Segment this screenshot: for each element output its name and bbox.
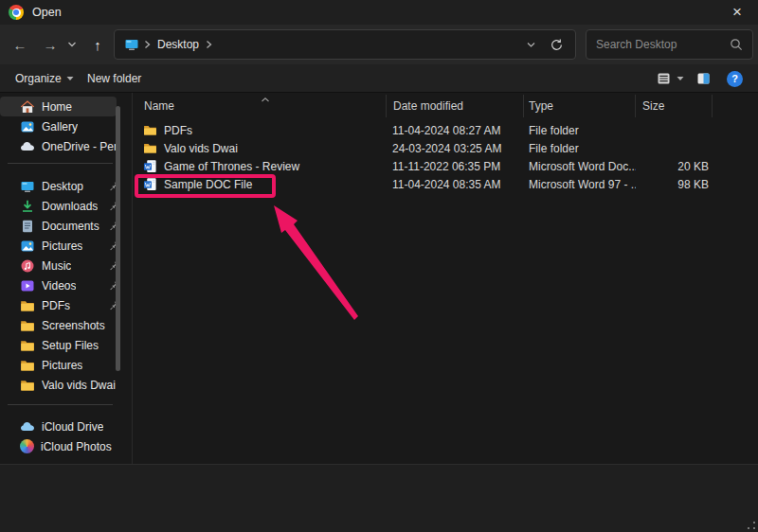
chevron-down-icon	[677, 76, 684, 81]
command-toolbar: Organize New folder ?	[0, 64, 758, 93]
chevron-right-icon	[205, 40, 213, 49]
file-type: Microsoft Word Doc...	[524, 160, 636, 173]
sidebar-item-icloud-drive[interactable]: iCloud Drive	[0, 417, 132, 436]
sidebar-item-onedrive[interactable]: OneDrive - Persor	[0, 136, 132, 156]
sidebar-item-label: Home	[42, 100, 72, 114]
gallery-icon	[20, 119, 35, 134]
sidebar-item-home[interactable]: Home	[0, 97, 117, 116]
navigation-bar: ← → ↑ Desktop	[0, 25, 758, 64]
desktop-icon	[124, 37, 139, 52]
icloud-photos-icon	[20, 439, 34, 453]
sidebar-item-downloads[interactable]: Downloads	[0, 196, 132, 216]
list-view-icon	[656, 71, 672, 86]
sidebar-item-pictures[interactable]: Pictures	[0, 236, 132, 256]
sidebar-item-music[interactable]: Music	[0, 256, 132, 275]
search-box[interactable]	[586, 29, 753, 60]
recent-locations-chevron-icon[interactable]	[63, 33, 81, 56]
sidebar-item-valo-vids-dwai[interactable]: Valo vids Dwai	[0, 375, 132, 395]
music-icon	[20, 258, 35, 274]
file-name: Sample DOC File	[164, 178, 252, 191]
sidebar-item-label: OneDrive - Persor	[42, 140, 118, 153]
file-type: File folder	[524, 124, 636, 137]
sidebar-item-pdfs[interactable]: PDFs	[0, 295, 132, 315]
address-dropdown-chevron-icon[interactable]	[526, 40, 536, 50]
sidebar-item-pictures-folder[interactable]: Pictures	[0, 355, 132, 375]
sidebar-item-label: iCloud Photos	[41, 440, 112, 453]
folder-icon	[20, 338, 35, 353]
folder-icon	[143, 123, 157, 137]
sidebar-item-label: Pictures	[42, 359, 82, 372]
close-button[interactable]: ×	[716, 0, 758, 25]
videos-icon	[20, 278, 35, 293]
organize-label: Organize	[15, 72, 62, 85]
file-name: Valo vids Dwai	[164, 142, 238, 155]
view-options-button[interactable]	[656, 64, 684, 93]
window-title: Open	[32, 6, 62, 19]
sidebar-item-screenshots[interactable]: Screenshots	[0, 315, 132, 335]
file-type: Microsoft Word 97 - ...	[524, 178, 636, 191]
refresh-icon[interactable]	[550, 38, 564, 52]
sidebar-item-label: PDFs	[42, 299, 70, 312]
resize-grip[interactable]	[748, 522, 755, 529]
file-date: 11-04-2024 08:27 AM	[387, 124, 524, 137]
sort-ascending-icon	[261, 93, 270, 106]
sidebar-item-label: Documents	[42, 220, 99, 233]
icloud-drive-icon	[20, 419, 35, 434]
file-row-game-of-thrones-review[interactable]: Game of Thrones - Review 11-11-2022 06:3…	[134, 157, 758, 175]
up-button[interactable]: ↑	[85, 33, 110, 56]
sidebar-item-label: Downloads	[42, 200, 98, 213]
forward-button[interactable]: →	[38, 33, 63, 56]
open-file-dialog: Open × ← → ↑ Desktop	[0, 0, 758, 532]
sidebar-item-videos[interactable]: Videos	[0, 275, 132, 295]
preview-pane-button[interactable]	[695, 64, 712, 93]
sidebar-item-setup-files[interactable]: Setup Files	[0, 335, 132, 355]
file-date: 11-11-2022 06:35 PM	[387, 160, 524, 173]
sidebar-divider	[8, 404, 113, 405]
help-icon: ?	[727, 71, 743, 87]
column-header-type[interactable]: Type	[524, 95, 636, 117]
sidebar-item-desktop[interactable]: Desktop	[0, 176, 132, 196]
file-row-sample-doc-file[interactable]: Sample DOC File 11-04-2024 08:35 AM Micr…	[134, 175, 758, 193]
organize-button[interactable]: Organize	[15, 64, 74, 93]
sidebar-item-icloud-photos[interactable]: iCloud Photos	[0, 436, 132, 456]
sidebar-item-label: Pictures	[42, 239, 82, 253]
sidebar-item-gallery[interactable]: Gallery	[0, 116, 132, 136]
onedrive-icon	[20, 139, 35, 154]
column-header-size[interactable]: Size	[636, 95, 713, 117]
downloads-icon	[20, 199, 35, 214]
sidebar-item-label: Videos	[42, 279, 76, 293]
column-header-date-modified[interactable]: Date modified	[387, 95, 524, 117]
back-button[interactable]: ←	[8, 33, 32, 56]
sidebar-item-documents[interactable]: Documents	[0, 216, 132, 236]
search-icon	[730, 38, 743, 51]
navigation-pane: Home Gallery OneDrive - Persor Desktop	[0, 93, 133, 464]
address-bar[interactable]: Desktop	[114, 29, 576, 60]
help-button[interactable]: ?	[727, 64, 743, 93]
dialog-footer: File name: Custom Files Open Cancel	[0, 464, 758, 532]
sidebar-item-label: Desktop	[42, 180, 83, 193]
title-bar: Open ×	[0, 0, 758, 25]
chevron-down-icon	[66, 76, 74, 81]
file-row-pdfs[interactable]: PDFs 11-04-2024 08:27 AM File folder	[134, 121, 758, 139]
file-row-valo-vids-dwai[interactable]: Valo vids Dwai 24-03-2024 03:25 AM File …	[134, 139, 758, 157]
search-input[interactable]	[596, 38, 719, 51]
sidebar-item-label: Screenshots	[42, 319, 105, 332]
file-date: 24-03-2024 03:25 AM	[387, 142, 524, 155]
new-folder-button[interactable]: New folder	[87, 64, 141, 93]
file-name: PDFs	[164, 124, 192, 137]
main-area: Home Gallery OneDrive - Persor Desktop	[0, 93, 758, 464]
file-list: Name Date modified Type Size PDFs 11-04-…	[134, 93, 758, 464]
pictures-icon	[20, 239, 35, 254]
folder-icon	[143, 141, 157, 155]
sidebar-item-label: Setup Files	[42, 339, 99, 352]
new-folder-label: New folder	[87, 72, 141, 85]
breadcrumb-desktop[interactable]: Desktop	[155, 38, 201, 51]
sidebar-item-label: Valo vids Dwai	[42, 379, 116, 392]
sidebar-item-label: iCloud Drive	[42, 420, 103, 434]
folder-icon	[20, 378, 35, 393]
sidebar-scrollbar[interactable]	[116, 106, 120, 371]
sidebar-item-label: Music	[42, 259, 71, 273]
file-size: 98 KB	[636, 178, 713, 191]
preview-pane-icon	[695, 71, 712, 86]
chevron-right-icon	[143, 40, 152, 49]
